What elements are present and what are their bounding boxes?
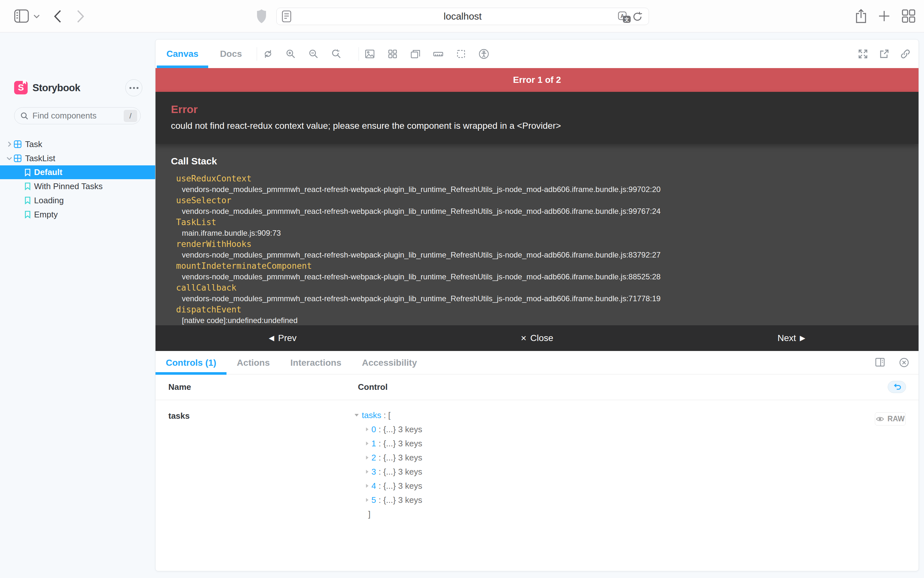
undo-icon [892,382,902,391]
stack-frame: renderWithHooks vendors-node_modules_pmm… [176,239,919,260]
tree-item-empty[interactable]: Empty [0,208,155,222]
tab-canvas[interactable]: Canvas [157,39,208,68]
forward-button[interactable] [76,10,85,23]
privacy-shield-icon[interactable] [256,9,267,24]
tab-overview-icon[interactable] [901,9,916,23]
json-item-index: 2 [371,451,376,464]
share-icon[interactable] [855,9,867,23]
search-input[interactable] [33,111,124,121]
json-root-suffix: : [ [381,408,391,422]
controls-table-header: Name Control [156,374,919,400]
json-root-row[interactable]: tasks : [ [354,408,422,422]
next-arrow-icon: ▶ [800,334,805,342]
stack-frame-location: [native code]:undefined:undefined [182,315,919,325]
call-stack-title: Call Stack [171,154,919,168]
call-stack-section: Call Stack useReduxContext vendors-node_… [156,144,919,325]
panel-position-icon[interactable] [875,357,886,369]
caret-right-icon[interactable] [366,498,369,502]
zoom-out-icon[interactable] [308,48,319,60]
brand-title: Storybook [33,82,80,94]
caret-right-icon[interactable] [366,427,369,431]
new-tab-icon[interactable] [877,9,891,23]
close-error-button[interactable]: × Close [410,325,664,351]
tab-docs[interactable]: Docs [210,39,252,68]
caret-right-icon[interactable] [366,442,369,445]
background-icon[interactable] [364,48,376,60]
address-bar[interactable]: localhost A 文 [276,8,649,25]
json-item-row[interactable]: 4 : {...} 3 keys [354,479,422,493]
error-overlay-footer: ◀ Prev × Close Next ▶ [156,325,919,351]
sidebar-toggle-icon[interactable] [14,9,29,23]
story-bookmark-icon [24,168,31,177]
story-label: Loading [34,196,64,206]
measure-icon[interactable] [433,48,444,60]
json-item-summary: : {...} 3 keys [379,479,422,493]
next-error-button[interactable]: Next ▶ [664,325,919,351]
url-text[interactable]: localhost [277,11,649,22]
caret-right-icon[interactable] [366,470,369,474]
accessibility-icon[interactable] [478,48,490,60]
json-item-summary: : {...} 3 keys [379,451,422,464]
table-divider [156,400,919,400]
chevron-down-icon[interactable] [6,155,13,162]
stack-frame: dispatchEvent [native code]:undefined:un… [176,304,919,325]
outline-icon[interactable] [455,48,467,60]
open-new-tab-icon[interactable] [878,48,890,60]
tree-item-tasklist[interactable]: TaskList [0,151,155,166]
json-item-row[interactable]: 1 : {...} 3 keys [354,437,422,451]
caret-down-icon[interactable] [355,414,359,416]
error-pagination-banner: Error 1 of 2 [156,68,919,92]
stack-frame: useReduxContext vendors-node_modules_pmm… [176,173,919,195]
stack-frame: mountIndeterminateComponent vendors-node… [176,260,919,282]
stack-frame: callCallback vendors-node_modules_pmmmwh… [176,282,919,304]
prev-arrow-icon: ◀ [269,334,274,342]
reset-controls-button[interactable] [888,381,906,393]
back-button[interactable] [53,10,62,23]
tree-item-task[interactable]: Task [0,137,155,151]
grid-icon[interactable] [387,48,399,60]
tab-accessibility[interactable]: Accessibility [352,351,427,374]
stack-frame-location: vendors-node_modules_pmmmwh_react-refres… [182,250,919,260]
json-item-summary: : {...} 3 keys [379,422,422,437]
story-label: Empty [34,210,58,220]
reload-icon[interactable] [632,11,643,22]
stack-frame-location: vendors-node_modules_pmmmwh_react-refres… [182,184,919,195]
close-panel-icon[interactable] [899,357,910,369]
stack-frame-function: TaskList [176,217,919,228]
sidebar-chevron-down-icon[interactable] [33,14,40,19]
storybook-logo-bookmark [23,80,26,84]
tasks-json-tree: tasks : [ 0 : {...} 3 keys 1 : {...} 3 k… [354,408,422,521]
caret-right-icon[interactable] [366,484,369,488]
chevron-right-icon[interactable] [6,141,13,148]
json-item-row[interactable]: 2 : {...} 3 keys [354,451,422,464]
tab-actions[interactable]: Actions [226,351,280,374]
fullscreen-icon[interactable] [857,48,869,60]
reader-icon[interactable] [282,10,291,23]
json-item-index: 1 [371,437,376,451]
json-item-row[interactable]: 5 : {...} 3 keys [354,493,422,507]
story-bookmark-icon [24,182,31,190]
json-item-index: 4 [371,479,376,493]
tab-controls[interactable]: Controls (1) [156,351,226,374]
json-item-summary: : {...} 3 keys [379,437,422,451]
zoom-reset-icon[interactable] [330,48,342,60]
caret-right-icon[interactable] [366,456,369,459]
stack-frame-location: main.iframe.bundle.js:909:73 [182,228,919,239]
copy-link-icon[interactable] [900,48,911,60]
tree-item-with-pinned-tasks[interactable]: With Pinned Tasks [0,179,155,193]
zoom-in-icon[interactable] [285,48,296,60]
prev-error-button[interactable]: ◀ Prev [156,325,410,351]
remount-icon[interactable] [262,48,274,60]
story-bookmark-icon [24,196,31,205]
sidebar-menu-button[interactable] [125,79,142,96]
json-item-row[interactable]: 0 : {...} 3 keys [354,422,422,437]
raw-toggle-button[interactable]: RAW [875,412,906,425]
translate-icon[interactable]: A 文 [618,11,631,24]
tree-item-loading[interactable]: Loading [0,193,155,208]
viewport-icon[interactable] [410,48,421,60]
tab-interactions[interactable]: Interactions [280,351,352,374]
json-item-row[interactable]: 3 : {...} 3 keys [354,464,422,479]
search-box[interactable]: / [14,107,141,124]
search-icon [20,112,29,120]
tree-item-default-selected[interactable]: Default [0,166,155,179]
